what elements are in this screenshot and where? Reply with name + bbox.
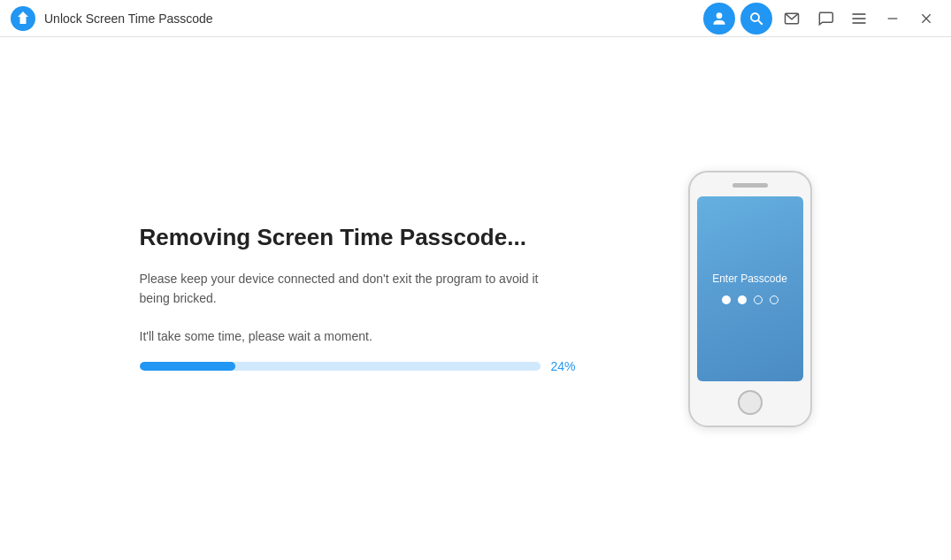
dot-4 bbox=[770, 295, 778, 304]
menu-button[interactable] bbox=[845, 4, 873, 33]
dot-1 bbox=[722, 295, 731, 304]
titlebar: Unlock Screen Time Passcode bbox=[0, 0, 951, 37]
svg-point-2 bbox=[751, 13, 759, 21]
phone-home-button bbox=[738, 390, 763, 415]
close-button[interactable] bbox=[912, 4, 940, 33]
desc-line1: Please keep your device connected and do… bbox=[140, 272, 539, 286]
chat-button[interactable] bbox=[811, 4, 840, 33]
progress-bar-background bbox=[140, 362, 541, 371]
passcode-label: Enter Passcode bbox=[712, 272, 787, 285]
left-panel: Removing Screen Time Passcode... Please … bbox=[140, 224, 582, 374]
mail-button[interactable] bbox=[778, 4, 806, 33]
svg-point-1 bbox=[717, 12, 723, 19]
phone-frame: Enter Passcode bbox=[688, 171, 812, 427]
phone-speaker bbox=[732, 183, 768, 188]
progress-bar-fill bbox=[140, 362, 236, 371]
main-content: Removing Screen Time Passcode... Please … bbox=[0, 37, 951, 560]
dot-2 bbox=[738, 295, 747, 304]
app-icon bbox=[11, 6, 35, 31]
phone-illustration: Enter Passcode bbox=[688, 171, 812, 427]
titlebar-actions bbox=[703, 3, 940, 35]
search-button[interactable] bbox=[740, 3, 772, 35]
window-title: Unlock Screen Time Passcode bbox=[44, 12, 703, 26]
main-heading: Removing Screen Time Passcode... bbox=[140, 224, 582, 251]
avatar-button[interactable] bbox=[703, 3, 735, 35]
phone-screen: Enter Passcode bbox=[697, 196, 803, 381]
progress-label: 24% bbox=[551, 359, 582, 373]
description-text: Please keep your device connected and do… bbox=[140, 269, 582, 309]
desc-line2: being bricked. bbox=[140, 291, 217, 305]
minimize-button[interactable] bbox=[878, 4, 907, 33]
dot-3 bbox=[754, 295, 763, 304]
svg-line-3 bbox=[758, 20, 763, 25]
passcode-dots bbox=[722, 295, 778, 304]
wait-message: It'll take some time, please wait a mome… bbox=[140, 329, 582, 343]
progress-container: 24% bbox=[140, 359, 582, 373]
